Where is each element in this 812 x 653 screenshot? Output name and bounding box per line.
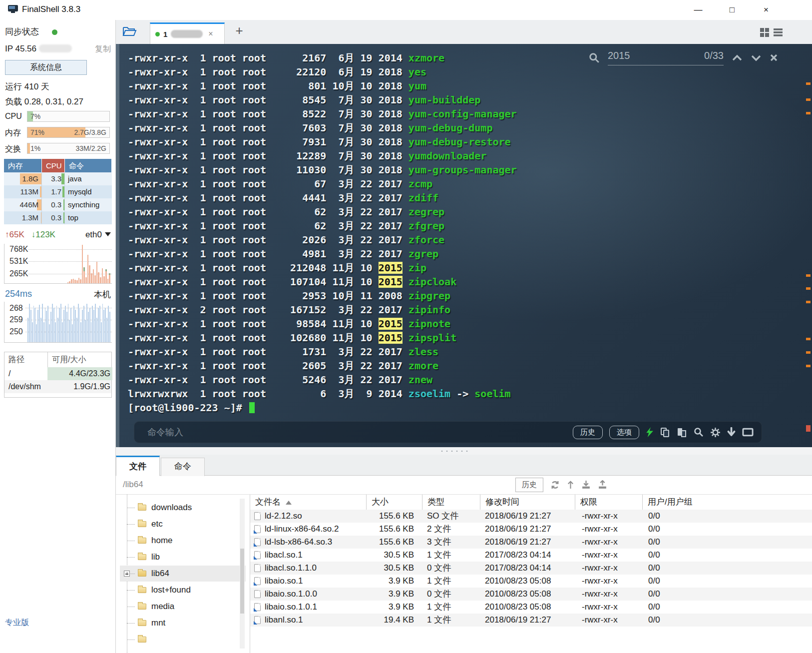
search-prev-icon[interactable] xyxy=(732,54,743,61)
table-row[interactable]: ld-2.12.so155.6 KBSO 文件2018/06/19 21:27-… xyxy=(250,510,812,523)
graph-bar xyxy=(100,277,101,283)
tab-number: 1 xyxy=(163,30,167,38)
maximize-button[interactable]: □ xyxy=(721,3,743,17)
new-tab-button[interactable]: + xyxy=(232,23,247,38)
folder-icon xyxy=(138,604,146,610)
panel-splitter[interactable] xyxy=(116,447,812,455)
process-row[interactable]: 1.8G3.3java xyxy=(4,172,112,185)
tree-item[interactable]: lib64 xyxy=(120,566,246,582)
system-info-button[interactable]: 系统信息 xyxy=(5,60,87,75)
interface-select[interactable]: eth0 xyxy=(85,230,111,240)
terminal-scrollbar[interactable] xyxy=(805,44,812,447)
table-row[interactable]: ld-linux-x86-64.so.2155.6 KB2 文件2018/06/… xyxy=(250,523,812,536)
tab-files[interactable]: 文件 xyxy=(116,456,160,476)
tab-commands[interactable]: 命令 xyxy=(161,458,205,476)
scrollbar-thumb[interactable] xyxy=(806,425,811,432)
tree-item[interactable] xyxy=(120,632,246,648)
table-row[interactable]: ld-lsb-x86-64.so.3155.6 KB3 文件2018/06/19… xyxy=(250,536,812,549)
lightning-icon[interactable] xyxy=(646,427,653,437)
upload-tray-icon[interactable] xyxy=(598,480,607,490)
column-header-3[interactable]: 修改时间 xyxy=(480,495,575,510)
tree-item[interactable]: media xyxy=(120,599,246,615)
resource-meter: 内存71%2.7G/3.8G xyxy=(5,127,111,138)
terminal-line: -rwxr-xr-x 1 root root 4981 3月 22 2017 z… xyxy=(128,247,517,261)
table-row[interactable]: libacl.so.130.5 KB1 文件2017/08/23 04:14-r… xyxy=(250,549,812,562)
process-column-header[interactable]: 命令 xyxy=(65,159,112,172)
process-column-header[interactable]: CPU xyxy=(42,159,65,172)
refresh-icon[interactable] xyxy=(550,480,560,490)
row-filler xyxy=(712,575,812,588)
history-button[interactable]: 历史 xyxy=(573,426,603,439)
up-arrow-icon[interactable] xyxy=(567,480,574,490)
column-header-5[interactable]: 用户/用户组 xyxy=(642,495,712,510)
minimize-button[interactable]: — xyxy=(687,3,709,17)
tree-item-label: mnt xyxy=(151,618,165,628)
session-tab[interactable]: 1 × xyxy=(150,22,225,44)
search-input[interactable]: 2015 0/33 xyxy=(608,50,724,65)
symlink-file-icon xyxy=(254,603,261,611)
table-row[interactable]: libacl.so.1.1.030.5 KB0 文件2017/08/23 04:… xyxy=(250,562,812,575)
terminal[interactable]: -rwxr-xr-x 1 root root 2167 6月 19 2014 x… xyxy=(116,44,812,447)
table-row[interactable]: libanl.so.119.4 KB1 文件2018/06/19 21:27-r… xyxy=(250,614,812,627)
graph-bar xyxy=(102,304,103,342)
command-input[interactable]: 命令输入 xyxy=(147,426,573,438)
terminal-prompt: [root@li900-223 ~]# xyxy=(128,401,517,415)
disk-path: / xyxy=(4,367,47,380)
file-table-body: ld-2.12.so155.6 KBSO 文件2018/06/19 21:27-… xyxy=(250,510,812,627)
tab-close-icon[interactable]: × xyxy=(208,29,213,38)
download-icon[interactable] xyxy=(727,427,736,437)
file-perm-cell: -rwxr-xr-x xyxy=(575,575,642,588)
tree-item[interactable]: mnt xyxy=(120,615,246,631)
tree-scrollbar-thumb[interactable] xyxy=(240,549,244,614)
column-header-2[interactable]: 类型 xyxy=(422,495,480,510)
sync-status-dot-icon xyxy=(52,29,57,35)
copy-icon[interactable] xyxy=(660,427,670,438)
process-row[interactable]: 446M0.3syncthing xyxy=(4,198,112,211)
path-history-button[interactable]: 历史 xyxy=(515,478,543,492)
tree-item[interactable]: etc xyxy=(120,516,246,532)
table-row[interactable]: libaio.so.1.0.03.9 KB0 文件2010/08/23 05:0… xyxy=(250,588,812,601)
search-next-icon[interactable] xyxy=(751,54,762,61)
process-row[interactable]: 113M1.7mysqld xyxy=(4,185,112,198)
window-icon[interactable] xyxy=(742,428,754,437)
copy-ip-link[interactable]: 复制 xyxy=(95,44,111,54)
bottom-panel: 文件命令 /lib64 历史 downloadsetchomeliblib64l… xyxy=(116,455,812,653)
process-column-header[interactable]: 内存 xyxy=(4,159,42,172)
tree-item[interactable]: lib xyxy=(120,549,246,565)
path-toolbar: /lib64 历史 xyxy=(116,476,812,495)
list-view-icon[interactable] xyxy=(773,27,783,37)
search-icon[interactable] xyxy=(694,427,704,437)
column-header-0[interactable]: 文件名 xyxy=(250,495,366,510)
graph-bar xyxy=(80,322,81,343)
tree-scrollbar[interactable] xyxy=(240,499,245,649)
tree-item[interactable]: lost+found xyxy=(120,582,246,598)
download-tray-icon[interactable] xyxy=(581,480,591,490)
tree-item[interactable]: downloads xyxy=(120,500,246,516)
process-table-header[interactable]: 内存CPU命令 xyxy=(4,159,112,172)
search-close-icon[interactable] xyxy=(770,53,778,62)
open-folder-button[interactable] xyxy=(122,25,142,40)
column-header-4[interactable]: 权限 xyxy=(575,495,642,510)
tree-expander-icon[interactable] xyxy=(124,571,130,577)
column-header-1[interactable]: 大小 xyxy=(366,495,422,510)
settings-icon[interactable] xyxy=(710,427,721,438)
table-row[interactable]: libaio.so.13.9 KB1 文件2010/08/23 05:08-rw… xyxy=(250,575,812,588)
terminal-line: -rwxr-xr-x 1 root root 107104 11月 10 201… xyxy=(128,275,517,289)
tree-item[interactable]: home xyxy=(120,533,246,549)
row-filler xyxy=(712,562,812,575)
grid-view-icon[interactable] xyxy=(760,27,769,37)
disk-table-header: 路径 可用/大小 xyxy=(4,352,111,367)
close-button[interactable]: × xyxy=(755,3,777,17)
graph-bar xyxy=(101,322,102,343)
process-row[interactable]: 1.3M0.3top xyxy=(4,211,112,224)
paste-icon[interactable] xyxy=(677,427,687,438)
options-button[interactable]: 选项 xyxy=(609,426,639,439)
graph-bar xyxy=(63,310,64,342)
terminal-line: -rwxr-xr-x 1 root root 7603 7月 30 2018 y… xyxy=(128,121,517,135)
table-row[interactable]: libaio.so.1.0.13.9 KB1 文件2010/08/23 05:0… xyxy=(250,601,812,614)
file-mtime-cell: 2018/06/19 21:27 xyxy=(480,523,575,536)
graph-bar xyxy=(105,271,107,283)
window-title: FinalShell 3.8.3 xyxy=(22,4,80,14)
current-path[interactable]: /lib64 xyxy=(123,480,143,490)
search-match-marker xyxy=(806,287,811,290)
